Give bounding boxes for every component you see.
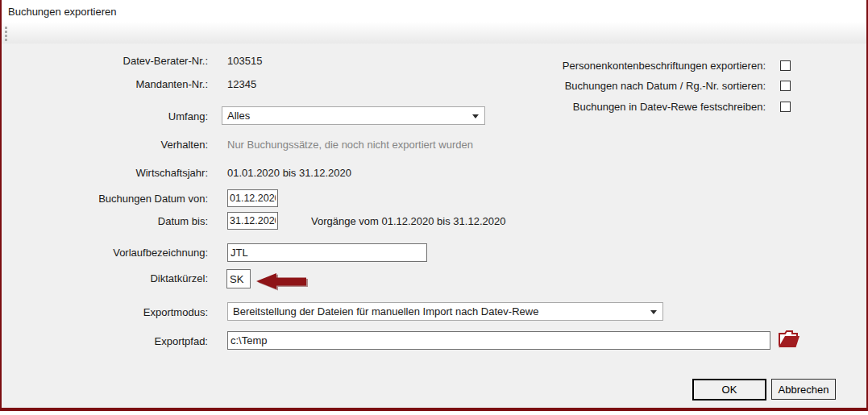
label-verhalten: Verhalten: <box>2 139 208 151</box>
titlebar: Buchungen exportieren <box>2 0 866 23</box>
umfang-selected-value: Alles <box>227 110 250 122</box>
value-verhalten: Nur Buchungssätze, die noch nicht export… <box>227 139 473 151</box>
label-buchungen-festschreiben: Buchungen in Datev-Rewe festschreiben: <box>453 101 766 114</box>
ok-button[interactable]: OK <box>692 379 766 400</box>
red-arrow-annotation <box>253 270 311 293</box>
toolbar <box>2 23 866 44</box>
exportmodus-select[interactable]: Bereitstellung der Dateien für manuellen… <box>227 302 663 321</box>
label-personenkonten-exportieren: Personenkontenbeschriftungen exportieren… <box>453 60 766 73</box>
chevron-down-icon <box>472 114 479 118</box>
value-mandanten-nr: 12345 <box>227 78 256 91</box>
datum-von-input[interactable] <box>227 189 278 207</box>
label-datev-berater-nr: Datev-Berater-Nr.: <box>2 55 208 68</box>
label-buchungen-datum-von: Buchungen Datum von: <box>2 193 208 205</box>
vorlaufbezeichnung-input[interactable] <box>227 243 427 262</box>
umfang-select[interactable]: Alles <box>222 106 485 125</box>
label-wirtschaftsjahr: Wirtschaftsjahr: <box>2 167 208 180</box>
value-vorgaenge-zeitraum: Vorgänge vom 01.12.2020 bis 31.12.2020 <box>311 215 505 228</box>
personenkonten-exportieren-checkbox[interactable] <box>780 60 791 71</box>
buchungen-sortieren-checkbox[interactable] <box>780 81 791 91</box>
dialog-title: Buchungen exportieren <box>8 6 116 18</box>
open-folder-icon[interactable] <box>777 329 800 350</box>
cancel-button[interactable]: Abbrechen <box>771 379 836 400</box>
label-vorlaufbezeichnung: Vorlaufbezeichnung: <box>2 247 208 259</box>
label-umfang: Umfang: <box>2 110 208 123</box>
value-wirtschaftsjahr: 01.01.2020 bis 31.12.2020 <box>227 167 351 180</box>
value-datev-berater-nr: 103515 <box>227 55 262 68</box>
label-datum-bis: Datum bis: <box>2 215 208 228</box>
label-buchungen-sortieren: Buchungen nach Datum / Rg.-Nr. sortieren… <box>453 80 766 93</box>
exportmodus-selected-value: Bereitstellung der Dateien für manuellen… <box>233 305 538 318</box>
label-mandanten-nr: Mandanten-Nr.: <box>2 78 208 91</box>
exportpfad-input[interactable] <box>227 331 770 350</box>
label-diktatkuerzel: Diktatkürzel: <box>2 272 208 285</box>
buchungen-festschreiben-checkbox[interactable] <box>780 102 791 112</box>
diktatkuerzel-input[interactable] <box>226 269 251 288</box>
label-exportmodus: Exportmodus: <box>2 306 208 319</box>
toolbar-grip-icon[interactable] <box>5 27 7 42</box>
chevron-down-icon <box>650 310 657 314</box>
label-exportpfad: Exportpfad: <box>2 335 208 348</box>
export-dialog: Buchungen exportieren Datev-Berater-Nr.:… <box>0 0 868 411</box>
datum-bis-input[interactable] <box>227 212 278 230</box>
